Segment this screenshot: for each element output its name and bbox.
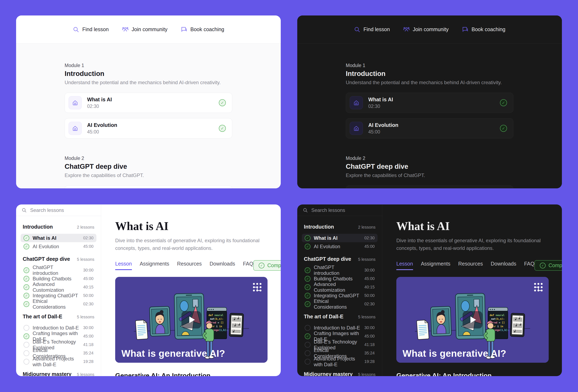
tab-assignments[interactable]: Assignments: [421, 261, 450, 270]
lesson-sidebar: Introduction 2 lessons What is AI 02:30 …: [297, 205, 382, 376]
lesson-card-title: AI Evolution: [368, 122, 398, 128]
lesson-list-item[interactable]: AI Evolution 45:00: [21, 242, 96, 251]
lesson-item-title: Building Chatbots: [33, 276, 71, 282]
video-player[interactable]: What is generative AI?: [396, 277, 549, 363]
video-caption: What is generative AI?: [121, 348, 225, 359]
lesson-description: Dive into the essentials of generative A…: [115, 237, 262, 252]
lesson-list-item[interactable]: What is AI 02:30: [21, 234, 96, 242]
lesson-list-item[interactable]: Advanced Customization 40:15: [302, 283, 378, 291]
lesson-item-title: What is AI: [314, 235, 337, 241]
play-icon: [471, 316, 476, 323]
lesson-list-item[interactable]: What is AI 02:30: [302, 234, 378, 242]
section-count: 5 lessons: [358, 372, 376, 376]
lesson-item-title: Advanced Projects with Dall-E: [33, 356, 80, 367]
completed-check-icon: [219, 125, 226, 132]
section-title: The art of Dall-E: [23, 314, 62, 320]
dots-grid-icon: [533, 282, 544, 293]
section-title: The art of Dall-E: [304, 314, 343, 320]
home-icon: [350, 96, 363, 109]
lesson-status-icon: [305, 267, 310, 273]
search-input[interactable]: [311, 207, 373, 213]
lesson-card[interactable]: What is AI 02:30: [65, 93, 232, 113]
lesson-list-item[interactable]: Ethical Considerations 02:30: [21, 300, 96, 308]
lesson-page-title: What is AI: [115, 220, 281, 232]
tab-downloads[interactable]: Downloads: [491, 261, 516, 270]
nav-label: Find lesson: [364, 26, 390, 32]
lesson-list-item[interactable]: AI Evolution 45:00: [302, 242, 378, 251]
tab-downloads[interactable]: Downloads: [209, 261, 235, 270]
lesson-status-icon: [24, 293, 29, 299]
lesson-item-duration: 30:00: [364, 268, 375, 272]
lesson-item-duration: 50:00: [364, 293, 375, 298]
search-bar[interactable]: [297, 205, 382, 216]
play-button[interactable]: [463, 311, 482, 328]
lesson-item-duration: 19:28: [83, 359, 94, 364]
lesson-card-title: What is AI: [368, 96, 393, 103]
nav-join-community[interactable]: Join community: [403, 26, 449, 33]
module-2: Module 2 ChatGPT deep dive Explore the c…: [65, 155, 232, 188]
top-nav: Find lesson Join community Book coaching: [16, 15, 281, 44]
video-player[interactable]: What is generative AI?: [115, 277, 268, 363]
lesson-item-duration: 50:00: [83, 293, 94, 298]
lesson-card[interactable]: ChatGPT introduction 30:00: [65, 185, 232, 188]
tab-lesson[interactable]: Lesson: [396, 261, 413, 270]
search-icon: [303, 208, 308, 213]
section-count: 5 lessons: [358, 257, 376, 262]
lesson-card[interactable]: What is AI 02:30: [346, 93, 513, 113]
lesson-card[interactable]: AI Evolution 45:00: [65, 118, 232, 138]
nav-book-coaching[interactable]: Book coaching: [462, 26, 505, 33]
lesson-panel-dark: Introduction 2 lessons What is AI 02:30 …: [297, 205, 562, 376]
lesson-card[interactable]: ChatGPT introduction 30:00: [346, 185, 513, 188]
sidebar-section-chatgpt: ChatGPT deep dive 5 lessons ChatGPT intr…: [21, 256, 96, 308]
article-heading: Generative AI: An Introduction: [115, 372, 281, 376]
lesson-item-duration: 45:00: [83, 244, 94, 249]
section-count: 5 lessons: [358, 315, 376, 319]
lesson-list-item[interactable]: Ethical Considerations 02:30: [302, 300, 378, 308]
play-button[interactable]: [182, 311, 201, 328]
completed-check-icon: [500, 125, 507, 132]
lesson-list-item[interactable]: ChatGPT introduction 30:00: [302, 266, 378, 274]
lesson-list-item[interactable]: Advanced Customization 40:15: [21, 283, 96, 291]
lesson-item-duration: 02:30: [364, 302, 375, 306]
nav-join-community[interactable]: Join community: [122, 26, 168, 33]
lesson-card-duration: 45:00: [368, 129, 398, 135]
lesson-list-item[interactable]: Advanced Projects with Dall-E 19:28: [302, 357, 378, 366]
tab-assignments[interactable]: Assignments: [140, 261, 169, 270]
completed-check-icon: [259, 263, 264, 268]
search-bar[interactable]: [16, 205, 101, 216]
tab-lesson[interactable]: Lesson: [115, 261, 132, 270]
lesson-card-duration: 02:30: [368, 104, 393, 109]
section-count: 5 lessons: [77, 315, 95, 319]
module-title: ChatGPT deep dive: [65, 162, 232, 171]
module-description: Explore the capabilities of ChatGPT.: [346, 172, 513, 178]
lesson-card[interactable]: AI Evolution 45:00: [346, 118, 513, 138]
lesson-item-duration: 35:24: [364, 351, 375, 355]
sidebar-section-midjourney: Midjourney mastery 5 lessons Navigating …: [21, 371, 96, 376]
home-icon: [69, 96, 82, 109]
lesson-list-item[interactable]: Advanced Projects with Dall-E 19:28: [21, 357, 96, 366]
nav-find-lesson[interactable]: Find lesson: [354, 26, 390, 33]
search-input[interactable]: [30, 207, 92, 213]
tab-resources[interactable]: Resources: [177, 261, 202, 270]
lesson-status-icon: [305, 325, 310, 331]
course-panel-light: Find lesson Join community Book coaching…: [16, 15, 281, 188]
nav-find-lesson[interactable]: Find lesson: [73, 26, 109, 33]
module-title: ChatGPT deep dive: [346, 162, 513, 171]
lesson-status-icon: [305, 284, 310, 290]
section-title: Midjourney mastery: [23, 371, 71, 376]
nav-label: Book coaching: [472, 26, 505, 32]
top-nav: Find lesson Join community Book coaching: [297, 15, 562, 44]
lesson-status-icon: [24, 342, 29, 348]
lesson-item-duration: 45:00: [83, 276, 94, 281]
lesson-item-title: Introduction to Dall-E: [33, 325, 79, 331]
tab-faq[interactable]: FAQ: [524, 261, 534, 270]
sidebar-section-chatgpt: ChatGPT deep dive 5 lessons ChatGPT intr…: [302, 256, 378, 308]
tab-faq[interactable]: FAQ: [243, 261, 253, 270]
lesson-description: Dive into the essentials of generative A…: [396, 237, 543, 252]
section-count: 2 lessons: [77, 225, 95, 230]
tab-resources[interactable]: Resources: [458, 261, 483, 270]
lesson-status-icon: [24, 325, 29, 331]
lesson-list-item[interactable]: ChatGPT introduction 30:00: [21, 266, 96, 274]
nav-book-coaching[interactable]: Book coaching: [181, 26, 224, 33]
lesson-status-icon: [24, 350, 29, 356]
